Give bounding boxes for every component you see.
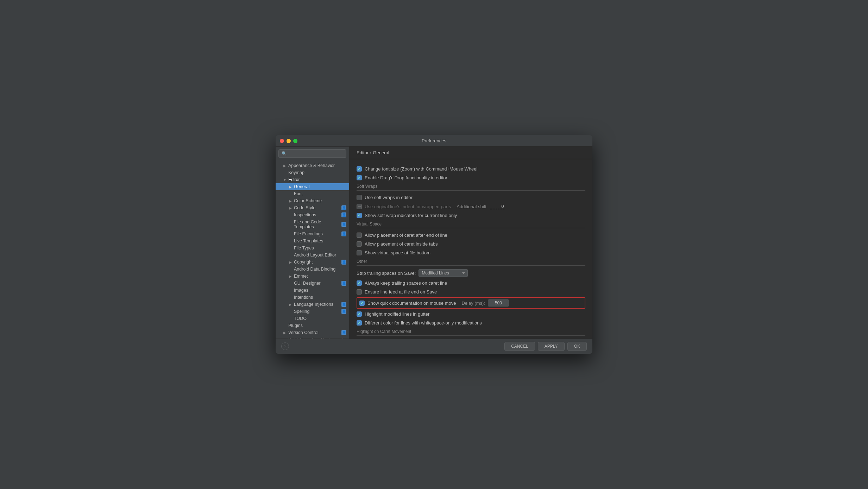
checkbox-show-soft-wrap[interactable]	[357, 213, 362, 218]
checkbox-caret-end-label: Allow placement of caret after end of li…	[365, 233, 447, 238]
checkbox-dragndrop-label: Enable Drag'n'Drop functionality in edit…	[365, 175, 447, 180]
sidebar-item-file-types[interactable]: File Types	[276, 244, 349, 252]
sidebar-item-label: Version Control	[288, 330, 318, 335]
badge-icon: 👤	[341, 205, 346, 210]
delay-ms-label: Delay (ms):	[461, 301, 485, 306]
sidebar-item-gui-designer[interactable]: GUI Designer 👤	[276, 280, 349, 287]
checkbox-row-quick-doc: Show quick documentation on mouse move D…	[357, 297, 585, 309]
sidebar-item-appearance[interactable]: Appearance & Behavior	[276, 162, 349, 169]
sidebar-item-inspections[interactable]: Inspections 👤	[276, 211, 349, 218]
sidebar-item-label: Color Scheme	[294, 198, 322, 203]
sidebar-item-font[interactable]: Font	[276, 190, 349, 197]
sidebar-item-live-templates[interactable]: Live Templates	[276, 237, 349, 244]
chevron-icon	[288, 199, 293, 203]
sidebar-item-label: Build, Execution, Deployment	[288, 337, 344, 339]
sidebar-item-label: Language Injections	[294, 302, 333, 307]
breadcrumb-separator: ›	[370, 150, 371, 155]
checkbox-different-color-label: Different color for lines with whitespac…	[365, 320, 482, 326]
sidebar-item-general[interactable]: General	[276, 183, 349, 190]
sidebar-item-label: Keymap	[288, 170, 304, 175]
sidebar-item-label: Font	[294, 191, 303, 196]
checkbox-ensure-line-feed-label: Ensure line feed at file end on Save	[365, 289, 437, 295]
checkbox-row-ensure-line-feed: Ensure line feed at file end on Save	[357, 289, 585, 295]
sidebar-item-label: File Encodings	[294, 231, 323, 236]
badge-icon: 👤	[341, 260, 346, 265]
sidebar-item-android-data-binding[interactable]: Android Data Binding	[276, 266, 349, 273]
sidebar-item-label: General	[294, 184, 309, 189]
checkbox-highlight-modified[interactable]	[357, 311, 362, 317]
sidebar-item-android-layout-editor[interactable]: Android Layout Editor	[276, 252, 349, 259]
minimize-button[interactable]	[287, 139, 291, 143]
sidebar-item-plugins[interactable]: Plugins	[276, 322, 349, 329]
checkbox-quick-doc[interactable]	[359, 301, 365, 306]
strip-trailing-dropdown[interactable]: Modified Lines All None	[419, 269, 468, 277]
sidebar-item-emmet[interactable]: Emmet	[276, 273, 349, 280]
sidebar-item-color-scheme[interactable]: Color Scheme	[276, 197, 349, 204]
badge-icon: 👤	[341, 309, 346, 314]
checkbox-always-keep[interactable]	[357, 280, 362, 286]
strip-trailing-row: Strip trailing spaces on Save: Modified …	[357, 269, 585, 277]
section-header-highlight-caret: Highlight on Caret Movement	[357, 329, 585, 336]
badge-icon: 👤	[341, 212, 346, 217]
content-area: Editor › General Change font size (Zoom)…	[350, 147, 592, 339]
sidebar-item-images[interactable]: Images	[276, 287, 349, 294]
badge-icon: 👤	[341, 231, 346, 236]
sidebar-item-label: Emmet	[294, 274, 308, 279]
sidebar-item-label: Images	[294, 288, 308, 293]
chevron-icon	[288, 206, 293, 210]
search-box[interactable]: 🔍	[278, 149, 346, 158]
maximize-button[interactable]	[293, 139, 297, 143]
apply-button[interactable]: APPLY	[538, 342, 565, 351]
badge-icon: 👤	[341, 302, 346, 307]
settings-body: Change font size (Zoom) with Command+Mou…	[350, 159, 592, 339]
sidebar-item-label: File Types	[294, 246, 314, 250]
additional-shift-label: Additional shift:	[457, 204, 488, 209]
section-header-soft-wraps: Soft Wraps	[357, 184, 585, 191]
checkbox-zoom[interactable]	[357, 166, 362, 172]
breadcrumb: Editor › General	[350, 147, 592, 159]
badge-icon: 👤	[341, 330, 346, 335]
sidebar-item-file-encodings[interactable]: File Encodings 👤	[276, 230, 349, 237]
checkbox-ensure-line-feed[interactable]	[357, 289, 362, 295]
chevron-icon	[283, 178, 287, 182]
sidebar-item-label: Spelling	[294, 309, 309, 314]
checkbox-soft-wraps[interactable]	[357, 195, 362, 200]
sidebar-item-editor[interactable]: Editor	[276, 176, 349, 183]
additional-shift-value: 0	[490, 204, 504, 209]
chevron-icon	[288, 185, 293, 189]
close-button[interactable]	[280, 139, 284, 143]
sidebar-item-file-code-templates[interactable]: File and Code Templates 👤	[276, 218, 349, 230]
sidebar-item-language-injections[interactable]: Language Injections 👤	[276, 301, 349, 308]
delay-ms-input[interactable]	[488, 299, 509, 307]
chevron-icon	[288, 260, 293, 264]
sidebar-item-keymap[interactable]: Keymap	[276, 169, 349, 176]
chevron-icon	[283, 330, 287, 335]
checkbox-soft-wraps-label: Use soft wraps in editor	[365, 195, 413, 200]
sidebar-item-intentions[interactable]: Intentions	[276, 294, 349, 301]
checkbox-original-indent[interactable]	[357, 204, 362, 209]
sidebar-item-label: Android Layout Editor	[294, 253, 336, 258]
sidebar-item-label: Plugins	[288, 323, 303, 328]
sidebar-item-todo[interactable]: TODO	[276, 315, 349, 322]
checkbox-virtual-space[interactable]	[357, 250, 362, 255]
sidebar-item-code-style[interactable]: Code Style 👤	[276, 204, 349, 211]
chevron-icon	[288, 274, 293, 278]
checkbox-dragndrop[interactable]	[357, 175, 362, 180]
sidebar-item-spelling[interactable]: Spelling 👤	[276, 308, 349, 315]
checkbox-caret-tabs[interactable]	[357, 241, 362, 247]
checkbox-highlight-modified-label: Highlight modified lines in gutter	[365, 311, 429, 317]
chevron-icon	[283, 163, 287, 168]
checkbox-caret-end[interactable]	[357, 233, 362, 238]
sidebar-item-label: Android Data Binding	[294, 267, 335, 272]
checkbox-row-soft-wraps: Use soft wraps in editor	[357, 194, 585, 201]
sidebar-item-build-execution[interactable]: Build, Execution, Deployment	[276, 336, 349, 339]
help-button[interactable]: ?	[281, 342, 289, 350]
footer: ? CANCEL APPLY OK	[276, 339, 592, 354]
sidebar-item-version-control[interactable]: Version Control 👤	[276, 329, 349, 336]
ok-button[interactable]: OK	[567, 342, 587, 351]
checkbox-always-keep-label: Always keep trailing spaces on caret lin…	[365, 280, 447, 286]
sidebar-item-label: File and Code Templates	[294, 219, 341, 229]
cancel-button[interactable]: CANCEL	[504, 342, 535, 351]
sidebar-item-copyright[interactable]: Copyright 👤	[276, 259, 349, 266]
checkbox-different-color[interactable]	[357, 320, 362, 326]
